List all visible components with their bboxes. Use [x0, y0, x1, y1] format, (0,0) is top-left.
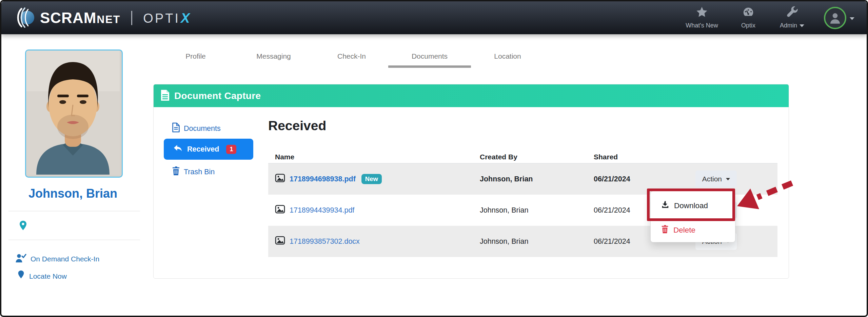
sidebar-divider: [8, 240, 140, 240]
optix-button[interactable]: Optix: [728, 6, 769, 29]
avatar-caret-icon: [850, 17, 854, 20]
table-header-row: Name Created By Shared: [268, 151, 777, 163]
brand-scram: SCRAM: [40, 9, 96, 26]
image-file-icon: [275, 204, 285, 216]
tab-profile[interactable]: Profile: [157, 51, 235, 68]
nav-documents[interactable]: Documents: [164, 121, 221, 136]
new-badge: New: [361, 174, 382, 184]
action-dropdown-button[interactable]: Action: [695, 171, 737, 187]
image-file-icon: [275, 235, 285, 247]
sidebar-divider: [8, 211, 140, 211]
panel-title: Document Capture: [174, 91, 261, 101]
map-marker-icon: [18, 220, 28, 234]
whats-new-button[interactable]: What's New: [676, 6, 728, 29]
scramnet-optix-logo: SCRAM NET OPTI X: [14, 7, 190, 29]
brand-net: NET: [97, 13, 120, 26]
received-count-badge: 1: [226, 145, 236, 154]
map-marker-icon: [17, 270, 25, 282]
created-by-cell: Johnson, Brian: [473, 237, 587, 246]
tab-location[interactable]: Location: [469, 51, 547, 68]
file-link[interactable]: 1718993857302.docx: [290, 237, 360, 246]
document-capture-header: Document Capture: [154, 84, 789, 107]
navbar-menu: What's New Optix Admin: [676, 6, 854, 29]
scramnet-swoosh-icon: [14, 7, 35, 29]
received-heading: Received: [268, 118, 326, 133]
nav-received-active[interactable]: Received 1: [164, 139, 253, 160]
brand-x: X: [181, 11, 190, 26]
col-header-name: Name: [268, 153, 473, 161]
trash-icon: [172, 166, 180, 178]
wrench-icon: [786, 6, 798, 20]
tab-check-in[interactable]: Check-In: [313, 51, 391, 68]
file-icon: [172, 122, 180, 135]
brand-opti: OPTI: [143, 11, 180, 26]
tab-documents[interactable]: Documents: [391, 51, 469, 68]
caret-down-icon: [726, 178, 730, 180]
admin-caret-icon: [800, 24, 804, 27]
created-by-cell: Johnson, Brian: [473, 175, 587, 183]
locate-now-link[interactable]: Locate Now: [17, 270, 67, 282]
shared-date-cell: 06/21/2024: [587, 175, 683, 183]
admin-menu-button[interactable]: Admin: [769, 6, 815, 29]
top-navbar: SCRAM NET OPTI X What's New: [1, 1, 867, 34]
annotation-highlight-box: [647, 189, 735, 221]
profile-tabs: Profile Messaging Check-In Documents Loc…: [157, 51, 547, 68]
delete-menu-item[interactable]: Delete: [651, 220, 735, 240]
star-icon: [696, 6, 708, 20]
col-header-shared: Shared: [587, 153, 683, 161]
profile-photo: [25, 49, 123, 178]
image-file-icon: [275, 173, 285, 185]
trash-icon: [661, 225, 669, 236]
on-demand-check-in-link[interactable]: On Demand Check-In: [15, 253, 99, 265]
gauge-icon: [742, 6, 754, 20]
document-icon: [160, 89, 170, 103]
created-by-cell: Johnson, Brian: [473, 206, 587, 215]
nav-trash-bin[interactable]: Trash Bin: [164, 164, 215, 179]
col-header-created-by: Created By: [473, 153, 587, 161]
user-account-button[interactable]: [824, 7, 854, 29]
app-window: SCRAM NET OPTI X What's New: [0, 0, 868, 317]
file-link[interactable]: 1718994439934.pdf: [290, 206, 354, 215]
brand-separator: [131, 11, 132, 25]
client-name: Johnson, Brian: [0, 186, 146, 201]
avatar: [824, 7, 846, 29]
tab-messaging[interactable]: Messaging: [235, 51, 313, 68]
user-check-icon: [15, 253, 26, 265]
document-capture-panel: Document Capture Documents Received: [153, 84, 789, 279]
reply-icon: [173, 144, 183, 154]
file-link[interactable]: 1718994698938.pdf: [290, 175, 356, 183]
